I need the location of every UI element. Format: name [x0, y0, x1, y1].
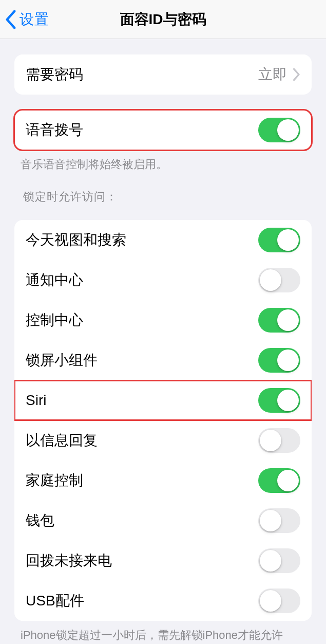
label-today: 今天视图和搜索	[26, 230, 126, 250]
toggle-notification[interactable]	[258, 268, 300, 292]
row-today: 今天视图和搜索	[14, 220, 312, 260]
toggle-reply[interactable]	[258, 428, 300, 453]
toggle-knob	[260, 590, 281, 612]
label-widgets: 锁屏小组件	[26, 351, 98, 370]
toggle-knob	[260, 269, 281, 291]
row-wrap-wallet: 钱包	[14, 501, 312, 541]
section-header-lock: 锁定时允许访问：	[23, 189, 305, 205]
toggle-knob	[260, 430, 281, 451]
footer-voice-dial: 音乐语音控制将始终被启用。	[21, 156, 305, 173]
row-wrap-widgets: 锁屏小组件	[14, 340, 312, 380]
toggle-wallet[interactable]	[258, 508, 300, 533]
toggle-knob	[260, 550, 281, 572]
toggle-knob	[277, 229, 299, 251]
row-wrap-notification: 通知中心	[14, 260, 312, 300]
label-control: 控制中心	[26, 310, 83, 330]
label-home: 家庭控制	[26, 471, 83, 490]
footer-lock-access: iPhone锁定超过一小时后，需先解锁iPhone才能允许USB配件连接。	[21, 627, 305, 644]
row-wrap-usb: USB配件	[14, 581, 312, 621]
label-voice-dial: 语音拨号	[26, 120, 83, 140]
toggle-knob	[277, 309, 299, 331]
row-wrap-callback: 回拨未接来电	[14, 541, 312, 581]
row-siri: Siri	[14, 380, 312, 420]
chevron-left-icon	[5, 10, 16, 29]
label-wallet: 钱包	[26, 511, 54, 530]
row-control: 控制中心	[14, 300, 312, 340]
row-wrap-today: 今天视图和搜索	[14, 220, 312, 260]
toggle-widgets[interactable]	[258, 348, 300, 373]
toggle-home[interactable]	[258, 468, 300, 493]
back-button[interactable]: 设置	[0, 10, 49, 29]
group-voice-dial: 语音拨号	[14, 110, 312, 150]
toggle-siri[interactable]	[258, 388, 300, 413]
toggle-voice-dial[interactable]	[258, 118, 300, 142]
row-usb: USB配件	[14, 581, 312, 621]
row-wrap-control: 控制中心	[14, 300, 312, 340]
row-wrap-siri: Siri	[14, 380, 312, 420]
toggle-knob	[277, 349, 299, 371]
label-usb: USB配件	[26, 591, 84, 611]
navbar: 设置 面容ID与密码	[0, 0, 326, 39]
row-notification: 通知中心	[14, 260, 312, 300]
toggle-knob	[260, 510, 281, 531]
toggle-today[interactable]	[258, 228, 300, 252]
row-callback: 回拨未接来电	[14, 541, 312, 581]
chevron-right-icon	[293, 68, 300, 81]
back-label: 设置	[20, 10, 49, 29]
row-wrap-reply: 以信息回复	[14, 420, 312, 461]
toggle-usb[interactable]	[258, 588, 300, 613]
label-reply: 以信息回复	[26, 431, 98, 450]
content: 需要密码 立即 语音拨号 音乐语音控制将始终被启用。 锁定时允许访问： 今天视图…	[0, 54, 326, 644]
row-require-passcode[interactable]: 需要密码 立即	[14, 54, 312, 95]
row-voice-dial: 语音拨号	[14, 110, 312, 150]
toggle-knob	[277, 390, 299, 411]
toggle-knob	[277, 119, 299, 141]
row-right: 立即	[258, 65, 300, 84]
group-lock-access: 今天视图和搜索通知中心控制中心锁屏小组件Siri以信息回复家庭控制钱包回拨未接来…	[14, 220, 312, 621]
toggle-control[interactable]	[258, 308, 300, 333]
label-siri: Siri	[26, 392, 46, 409]
row-wallet: 钱包	[14, 501, 312, 541]
label-require-passcode: 需要密码	[26, 65, 83, 84]
row-wrap-home: 家庭控制	[14, 461, 312, 501]
label-notification: 通知中心	[26, 270, 83, 290]
row-reply: 以信息回复	[14, 420, 312, 461]
value-require-passcode: 立即	[258, 65, 287, 84]
row-home: 家庭控制	[14, 461, 312, 501]
row-widgets: 锁屏小组件	[14, 340, 312, 380]
toggle-callback[interactable]	[258, 548, 300, 573]
label-callback: 回拨未接来电	[26, 551, 112, 571]
group-require-passcode: 需要密码 立即	[14, 54, 312, 95]
toggle-knob	[277, 470, 299, 491]
